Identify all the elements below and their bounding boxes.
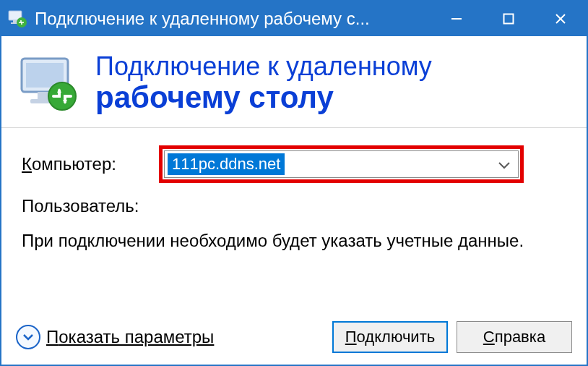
rdp-header-icon (17, 54, 82, 112)
minimize-button[interactable] (431, 1, 483, 36)
header-title-line1: Подключение к удаленному (95, 52, 432, 81)
svg-rect-5 (504, 14, 514, 24)
computer-value-selected: 111pc.ddns.net (168, 153, 285, 175)
help-button[interactable]: Справка (457, 321, 572, 353)
connect-button[interactable]: Подключить (332, 321, 448, 353)
credentials-info-text: При подключении необходимо будет указать… (22, 229, 566, 252)
show-options-label: Показать параметры (46, 327, 214, 347)
rdp-app-icon (7, 9, 27, 29)
chevron-down-circle-icon (16, 325, 40, 349)
computer-combobox[interactable]: 111pc.ddns.net (164, 150, 519, 178)
computer-row: Компьютер: 111pc.ddns.net (22, 145, 566, 183)
show-options-toggle[interactable]: Показать параметры (16, 325, 324, 349)
maximize-button[interactable] (483, 1, 535, 36)
dialog-body: Компьютер: 111pc.ddns.net Пользователь: … (1, 128, 587, 312)
user-row: Пользователь: (22, 196, 566, 216)
close-button[interactable] (535, 1, 587, 36)
dialog-header: Подключение к удаленному рабочему столу (1, 36, 587, 128)
chevron-down-icon[interactable] (498, 154, 511, 174)
dialog-footer: Показать параметры Подключить Справка (1, 312, 587, 365)
titlebar[interactable]: Подключение к удаленному рабочему с... (1, 1, 587, 36)
computer-highlight-box: 111pc.ddns.net (159, 145, 524, 183)
window-title: Подключение к удаленному рабочему с... (35, 9, 431, 29)
user-label: Пользователь: (22, 196, 166, 216)
computer-label: Компьютер: (22, 154, 159, 174)
header-title-line2: рабочему столу (95, 81, 432, 114)
rdp-window: Подключение к удаленному рабочему с... (0, 0, 588, 366)
